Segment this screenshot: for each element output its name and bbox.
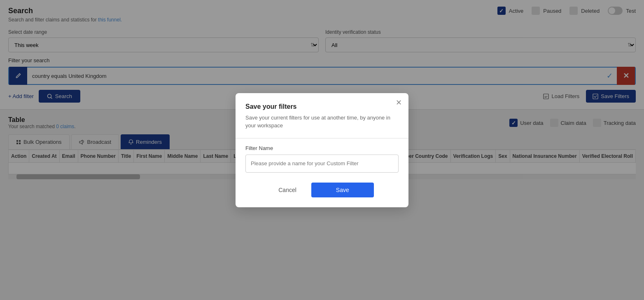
modal-save-button[interactable]: Save <box>311 183 374 197</box>
modal-close-button[interactable]: ✕ <box>396 98 402 107</box>
save-filters-modal: Save your filters Save your current filt… <box>236 93 408 207</box>
modal-description: Save your current filters for use at ano… <box>245 114 399 130</box>
modal-divider <box>236 138 408 138</box>
modal-overlay: Save your filters Save your current filt… <box>0 0 644 300</box>
modal-actions: Cancel Save <box>245 183 399 197</box>
modal-cancel-button[interactable]: Cancel <box>270 183 305 197</box>
modal-field-label: Filter Name <box>245 145 399 151</box>
filter-name-input[interactable] <box>245 155 399 173</box>
modal-title: Save your filters <box>245 103 399 110</box>
